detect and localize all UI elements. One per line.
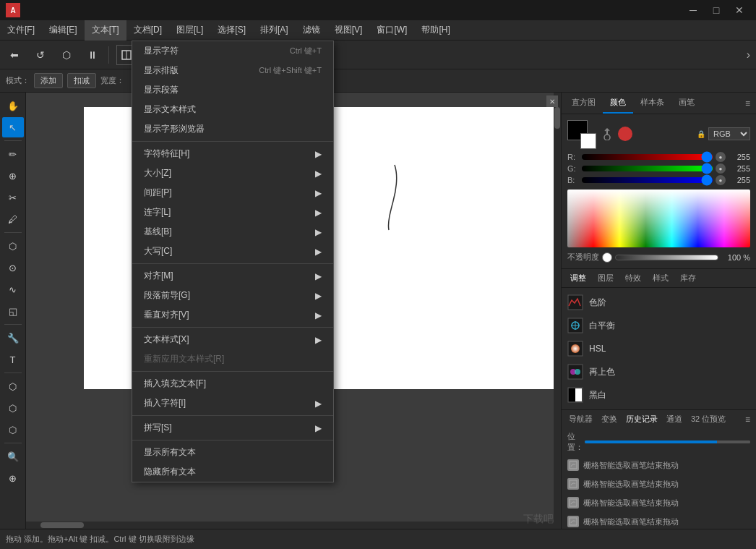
history-item-2[interactable]: 栅格智能选取画笔结束拖动 [562, 493, 756, 512]
r-slider[interactable] [582, 154, 713, 160]
tool-shape[interactable]: ⬡ [2, 236, 24, 256]
menu-insert-char[interactable]: 插入字符[I] ▶ [132, 393, 333, 413]
menu-insert-placeholder[interactable]: 插入填充文本[F] [132, 374, 333, 393]
tab-color[interactable]: 颜色 [603, 93, 633, 114]
adj-hsl[interactable]: HSL [562, 337, 756, 360]
menu-show-character[interactable]: 显示字符 Ctrl 键+T [132, 41, 333, 61]
tab-effects[interactable]: 特效 [619, 269, 647, 287]
background-swatch[interactable] [580, 133, 596, 149]
menu-align[interactable]: 对齐[M] ▶ [132, 266, 333, 286]
tab-histogram[interactable]: 直方图 [564, 93, 603, 114]
history-item-0[interactable]: 栅格智能选取画笔结束拖动 [562, 456, 756, 474]
bottom-panel-menu[interactable]: ≡ [742, 414, 753, 425]
tab-channels[interactable]: 通道 [662, 410, 687, 428]
tab-adjustments[interactable]: 调整 [564, 269, 592, 287]
tool-brush[interactable]: 🖊 [2, 209, 24, 229]
menu-para-lead[interactable]: 段落前导[G] ▶ [132, 286, 333, 305]
toolbar-shape[interactable]: ⬡ [55, 43, 78, 67]
tool-ellipse[interactable]: ⊙ [2, 258, 24, 278]
adj-recolor[interactable]: 再上色 [562, 360, 756, 383]
scroll-thumb-h[interactable] [40, 522, 84, 528]
color-red-indicator[interactable] [618, 127, 632, 141]
adj-blackwhite[interactable]: 黑白 [562, 383, 756, 407]
tool-hex3[interactable]: ⬡ [2, 420, 24, 440]
minimize-button[interactable]: ─ [682, 0, 704, 20]
color-gradient[interactable] [567, 190, 750, 247]
g-end-icon: ● [716, 163, 726, 174]
menu-window[interactable]: 窗口[W] [369, 20, 414, 41]
close-button[interactable]: ✕ [729, 0, 750, 20]
tab-brush[interactable]: 画笔 [671, 93, 702, 114]
menu-show-all-text[interactable]: 显示所有文本 [132, 443, 333, 462]
menu-vertical-align[interactable]: 垂直对齐[V] ▶ [132, 305, 333, 325]
menu-select[interactable]: 选择[S] [210, 20, 253, 41]
tool-eyedrop[interactable]: ⊕ [2, 468, 24, 488]
menu-caps[interactable]: 大写[C] ▶ [132, 242, 333, 261]
tab-history[interactable]: 历史记录 [622, 410, 662, 428]
tab-stock[interactable]: 库存 [674, 269, 702, 287]
menu-text[interactable]: 文本[T] [85, 20, 126, 41]
menu-show-paragraph[interactable]: 显示段落 [132, 80, 333, 100]
menu-char-attrs[interactable]: 字符特征[H] ▶ [132, 144, 333, 163]
menu-spacing[interactable]: 间距[P] ▶ [132, 183, 333, 203]
tab-transform[interactable]: 变换 [597, 410, 622, 428]
tab-swatches[interactable]: 样本条 [633, 93, 671, 114]
menu-baseline[interactable]: 基线[B] ▶ [132, 222, 333, 242]
tool-select[interactable]: ↖ [2, 117, 24, 137]
tab-layers[interactable]: 图层 [592, 269, 619, 287]
toolbar-back[interactable]: ⬅ [3, 43, 26, 67]
menu-file[interactable]: 文件[F] [0, 20, 42, 41]
history-item-3[interactable]: 栅格智能选取画笔结束拖动 [562, 512, 756, 529]
position-bar[interactable] [585, 441, 750, 443]
menu-layer[interactable]: 图层[L] [169, 20, 210, 41]
menu-show-glyph-browser[interactable]: 显示字形浏览器 [132, 119, 333, 139]
menu-edit[interactable]: 编辑[E] [42, 20, 85, 41]
tool-rect[interactable]: ◱ [2, 301, 24, 321]
menu-show-text-styles[interactable]: 显示文本样式 [132, 100, 333, 119]
maximize-button[interactable]: □ [705, 0, 727, 20]
b-end-icon: ● [716, 175, 726, 185]
toolbar-pause[interactable]: ⏸ [81, 43, 104, 67]
tool-pen[interactable]: ✏ [2, 144, 24, 164]
menu-help[interactable]: 帮助[H] [414, 20, 457, 41]
menu-hide-all-text[interactable]: 隐藏所有文本 [132, 462, 333, 482]
tool-curve[interactable]: ∿ [2, 279, 24, 299]
tool-add-node[interactable]: ⊕ [2, 166, 24, 186]
adj-white-balance[interactable]: 白平衡 [562, 314, 756, 337]
tab-navigator[interactable]: 导航器 [564, 410, 597, 428]
menu-arrange[interactable]: 排列[A] [253, 20, 296, 41]
tool-hex1[interactable]: ⬡ [2, 376, 24, 396]
tab-32bit[interactable]: 32 位预览 [687, 410, 730, 428]
tool-hex2[interactable]: ⬡ [2, 398, 24, 418]
menu-ligature[interactable]: 连字[L] ▶ [132, 203, 333, 222]
menu-text-styles[interactable]: 文本样式[X] ▶ [132, 330, 333, 349]
position-label: 位置： [567, 431, 585, 453]
right-sidebar: 直方图 颜色 样本条 画笔 ≡ 🔒 RGB [561, 93, 756, 529]
menu-show-typography[interactable]: 显示排版 Ctrl 键+Shift 键+T [132, 61, 333, 80]
toolbar-more[interactable]: › [744, 48, 753, 61]
b-slider[interactable] [582, 177, 713, 183]
subtract-button[interactable]: 扣减 [67, 73, 96, 88]
menu-filter[interactable]: 滤镜 [296, 20, 327, 41]
toolbar-undo[interactable]: ↺ [29, 43, 52, 67]
tool-transform[interactable]: 🔧 [2, 328, 24, 348]
add-button[interactable]: 添加 [34, 73, 63, 88]
color-format-select[interactable]: RGB CMYK HSL [708, 127, 750, 140]
show-typography-shortcut: Ctrl 键+Shift 键+T [244, 65, 322, 76]
menu-view[interactable]: 视图[V] [327, 20, 370, 41]
history-item-1[interactable]: 栅格智能选取画笔结束拖动 [562, 474, 756, 493]
tool-hand[interactable]: ✋ [2, 95, 24, 116]
canvas-close-btn[interactable]: ✕ [546, 95, 558, 107]
right-top-menu[interactable]: ≡ [742, 95, 753, 111]
menu-document[interactable]: 文档[D] [126, 20, 169, 41]
adj-levels[interactable]: 色阶 [562, 291, 756, 314]
opacity-slider[interactable] [615, 255, 718, 260]
menu-size[interactable]: 大小[Z] ▶ [132, 163, 333, 183]
g-slider[interactable] [582, 166, 713, 171]
tab-styles[interactable]: 样式 [647, 269, 674, 287]
tool-cut[interactable]: ✂ [2, 187, 24, 208]
menu-spelling[interactable]: 拼写[S] ▶ [132, 418, 333, 438]
tool-text[interactable]: T [2, 349, 24, 370]
tool-zoom[interactable]: 🔍 [2, 446, 24, 467]
scroll-thumb-v[interactable] [554, 107, 560, 129]
